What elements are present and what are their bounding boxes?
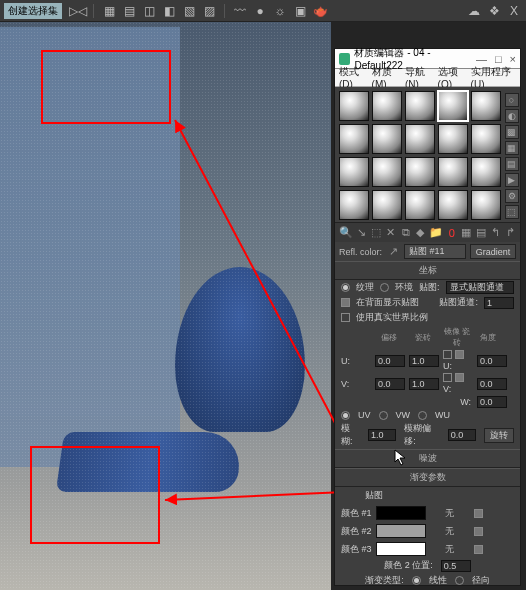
noise-rollout-header[interactable]: 噪波 xyxy=(335,449,520,468)
material-slot[interactable] xyxy=(372,124,402,154)
cloud-icon[interactable]: ☁ xyxy=(466,3,482,19)
material-slot[interactable] xyxy=(339,124,369,154)
select-by-mat-icon[interactable]: ⬚ xyxy=(505,205,519,219)
preview-icon[interactable]: ▶ xyxy=(505,173,519,187)
material-slot[interactable] xyxy=(405,124,435,154)
color3-swatch[interactable] xyxy=(376,542,426,556)
close-button[interactable]: × xyxy=(510,53,516,65)
nav-sibling-icon[interactable]: ↱ xyxy=(504,226,516,240)
material-slot[interactable] xyxy=(339,91,369,121)
copy-icon[interactable]: ⧉ xyxy=(400,226,412,240)
assign-icon[interactable]: ⬚ xyxy=(371,226,383,240)
color3-map-button[interactable]: 无 xyxy=(430,543,470,556)
coordinates-rollout-header[interactable]: 坐标 xyxy=(335,261,520,280)
get-material-icon[interactable]: 🔍 xyxy=(339,226,353,240)
v-tiling[interactable]: 1.0 xyxy=(409,378,439,390)
wu-radio[interactable] xyxy=(418,411,427,420)
put-to-scene-icon[interactable]: ↘ xyxy=(356,226,368,240)
uv-tile-icon[interactable]: ▦ xyxy=(505,141,519,155)
u-mirror[interactable] xyxy=(443,350,452,359)
minimize-button[interactable]: — xyxy=(476,53,487,65)
pick-icon[interactable]: ↗ xyxy=(386,245,400,259)
map-type-button[interactable]: Gradient xyxy=(470,244,516,259)
radial-radio[interactable] xyxy=(455,576,464,585)
material-slot[interactable] xyxy=(405,190,435,220)
v-tile[interactable] xyxy=(455,373,464,382)
close-x[interactable]: X xyxy=(506,3,522,19)
layer-icon[interactable]: ▤ xyxy=(121,3,137,19)
material-slot[interactable] xyxy=(438,190,468,220)
material-slot[interactable] xyxy=(372,91,402,121)
angle-snap-icon[interactable]: ▨ xyxy=(201,3,217,19)
snap-icon[interactable]: ◧ xyxy=(161,3,177,19)
map-channel-spinner[interactable]: 1 xyxy=(484,297,514,309)
material-slot-selected[interactable] xyxy=(438,91,468,121)
material-slot[interactable] xyxy=(471,91,501,121)
mapping-dropdown[interactable]: 显式贴图通道 xyxy=(446,281,514,294)
v-angle[interactable]: 0.0 xyxy=(477,378,507,390)
texture-radio[interactable] xyxy=(341,283,350,292)
id-channel-icon[interactable]: 0 xyxy=(446,226,458,240)
sample-type-icon[interactable]: ○ xyxy=(505,93,519,107)
material-slot[interactable] xyxy=(471,157,501,187)
material-slot[interactable] xyxy=(405,157,435,187)
render-setup-icon[interactable]: ☼ xyxy=(272,3,288,19)
vw-radio[interactable] xyxy=(379,411,388,420)
color1-map-button[interactable]: 无 xyxy=(430,507,470,520)
material-slot[interactable] xyxy=(339,190,369,220)
material-slot[interactable] xyxy=(372,190,402,220)
help-icon[interactable]: ❖ xyxy=(486,3,502,19)
u-offset[interactable]: 0.0 xyxy=(375,355,405,367)
gradient-params-header[interactable]: 渐变参数 xyxy=(335,468,520,487)
w-angle[interactable]: 0.0 xyxy=(477,396,507,408)
curve-editor-icon[interactable]: 〰 xyxy=(232,3,248,19)
color2-map-button[interactable]: 无 xyxy=(430,525,470,538)
backlight-icon[interactable]: ◐ xyxy=(505,109,519,123)
blur-offset-spinner[interactable]: 0.0 xyxy=(448,429,476,441)
make-unique-icon[interactable]: ◆ xyxy=(414,226,426,240)
map-name-field[interactable]: 贴图 #11 xyxy=(404,244,466,259)
rotate-button[interactable]: 旋转 xyxy=(484,428,514,443)
nav-parent-icon[interactable]: ↰ xyxy=(490,226,502,240)
color2-pos-spinner[interactable]: 0.5 xyxy=(441,560,471,572)
color2-enable[interactable] xyxy=(474,527,483,536)
color1-enable[interactable] xyxy=(474,509,483,518)
render-icon[interactable]: 🫖 xyxy=(312,3,328,19)
options-icon[interactable]: ⚙ xyxy=(505,189,519,203)
video-check-icon[interactable]: ▤ xyxy=(505,157,519,171)
named-selection-set[interactable]: 创建选择集 xyxy=(4,3,62,19)
material-editor-icon[interactable]: ● xyxy=(252,3,268,19)
material-slot[interactable] xyxy=(405,91,435,121)
uv-radio[interactable] xyxy=(341,411,350,420)
grid-icon[interactable]: ▧ xyxy=(181,3,197,19)
align-icon[interactable]: ▦ xyxy=(101,3,117,19)
u-angle[interactable]: 0.0 xyxy=(477,355,507,367)
show-end-icon[interactable]: ▤ xyxy=(475,226,487,240)
render-frame-icon[interactable]: ▣ xyxy=(292,3,308,19)
material-slot[interactable] xyxy=(471,190,501,220)
schematic-icon[interactable]: ◫ xyxy=(141,3,157,19)
blur-spinner[interactable]: 1.0 xyxy=(368,429,396,441)
show-map-icon[interactable]: ▦ xyxy=(461,226,473,240)
maximize-button[interactable]: □ xyxy=(495,53,502,65)
u-tile[interactable] xyxy=(455,350,464,359)
color1-swatch[interactable] xyxy=(376,506,426,520)
material-slot[interactable] xyxy=(339,157,369,187)
put-library-icon[interactable]: 📁 xyxy=(429,226,443,240)
linear-radio[interactable] xyxy=(412,576,421,585)
material-slot[interactable] xyxy=(372,157,402,187)
reset-icon[interactable]: ✕ xyxy=(385,226,397,240)
v-offset[interactable]: 0.0 xyxy=(375,378,405,390)
material-slot[interactable] xyxy=(471,124,501,154)
color3-enable[interactable] xyxy=(474,545,483,554)
color2-swatch[interactable] xyxy=(376,524,426,538)
v-mirror[interactable] xyxy=(443,373,452,382)
u-tiling[interactable]: 1.0 xyxy=(409,355,439,367)
background-icon[interactable]: ▩ xyxy=(505,125,519,139)
real-world-check[interactable] xyxy=(341,313,350,322)
environment-radio[interactable] xyxy=(380,283,389,292)
mirror-icon[interactable]: ▷◁ xyxy=(70,3,86,19)
material-slot[interactable] xyxy=(438,157,468,187)
show-back-check[interactable] xyxy=(341,298,350,307)
material-slot[interactable] xyxy=(438,124,468,154)
